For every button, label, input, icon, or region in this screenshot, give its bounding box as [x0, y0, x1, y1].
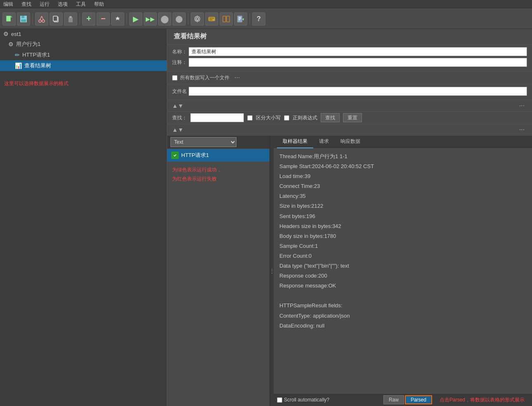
name-input[interactable] — [189, 47, 527, 56]
tree-item-user-action[interactable]: ⚙ 用户行为1 — [0, 39, 167, 50]
more-options-btn[interactable]: ··· — [232, 73, 242, 82]
tab-sampler-result[interactable]: 取样器结果 — [277, 135, 313, 148]
http-result-item[interactable]: HTTP请求1 — [167, 149, 270, 161]
filename-row: 文件名 — [172, 87, 527, 96]
tree-item-result-tree[interactable]: 📊 查看结果树 — [0, 60, 167, 71]
result-sample-count: Sample Count:1 — [279, 242, 526, 251]
svg-rect-0 — [6, 16, 11, 21]
format-select[interactable]: Text JSON XML HTML — [170, 137, 236, 147]
result-http-fields: HTTPSampleResult fields: — [279, 301, 526, 310]
help-button[interactable]: ? — [252, 12, 265, 26]
menu-options[interactable]: 选项 — [56, 0, 69, 9]
form-section: 名称： 注释： — [167, 45, 532, 71]
format-annotation: 这里可以选择数据展示的格式 — [0, 71, 167, 97]
svg-point-13 — [196, 18, 199, 20]
result-headers-size: Headers size in bytes:342 — [279, 222, 526, 231]
stop-all-button[interactable]: ⬤ — [173, 12, 186, 26]
config-button[interactable] — [111, 12, 124, 26]
svg-rect-14 — [208, 17, 215, 21]
scroll-auto-checkbox[interactable] — [277, 397, 282, 403]
reset-button[interactable]: 重置 — [343, 113, 362, 122]
filename-input[interactable] — [189, 87, 527, 96]
menu-run[interactable]: 运行 — [38, 0, 51, 9]
result-content-type: ContentType: application/json — [279, 311, 526, 321]
tree-item-test1[interactable]: ⚙ est1 — [0, 29, 167, 39]
save-button[interactable] — [17, 12, 30, 26]
svg-rect-12 — [69, 16, 72, 18]
collapse-arrows[interactable]: ▲▼ — [172, 102, 184, 109]
bottom-area: Scroll automatically? Raw Parsed 点击Parse… — [274, 393, 532, 406]
settings-button[interactable] — [191, 12, 204, 26]
collapse-more[interactable]: ··· — [517, 101, 527, 110]
result-blank — [279, 291, 526, 300]
result-data-encoding: DataEncoding: null — [279, 321, 526, 330]
success-shield-icon — [171, 152, 179, 159]
svg-marker-1 — [11, 16, 12, 17]
svg-point-6 — [42, 20, 45, 22]
panel-title: 查看结果树 — [167, 29, 532, 45]
play-all-button[interactable]: ▶▶ — [144, 12, 157, 26]
paste-button[interactable] — [64, 12, 77, 26]
case-sensitive-label: 区分大小写 — [256, 114, 281, 121]
tools-button[interactable] — [205, 12, 218, 26]
tab-response-data[interactable]: 响应数据 — [335, 135, 366, 148]
case-sensitive-checkbox[interactable] — [247, 115, 253, 121]
comment-label: 注释： — [172, 59, 189, 66]
menu-help[interactable]: 帮助 — [92, 0, 106, 9]
copy-button[interactable] — [50, 12, 63, 26]
test1-icon: ⚙ — [3, 31, 9, 37]
result-response-code: Response code:200 — [279, 271, 526, 280]
toolbar-separator-2 — [79, 13, 80, 25]
write-file-checkbox[interactable] — [172, 75, 177, 81]
result-load-time: Load time:39 — [279, 172, 526, 181]
tree-view-panel: Text JSON XML HTML HTTP请求1 — [167, 135, 270, 406]
search-area: 查找： 区分大小写 正则表达式 查找 重置 — [167, 112, 532, 124]
regex-checkbox[interactable] — [284, 115, 289, 121]
menu-tools[interactable]: 工具 — [74, 0, 87, 9]
result-sample-start: Sample Start:2024-06-02 20:40:52 CST — [279, 162, 526, 171]
result-panel: 取样器结果 请求 响应数据 Thread Name:用户行为1 1-1 Samp… — [274, 135, 532, 406]
play-button[interactable]: ▶ — [129, 12, 142, 26]
new-button[interactable] — [2, 12, 16, 26]
collapse-arrows-2[interactable]: ▲▼ — [172, 126, 184, 133]
toolbar-separator-5 — [249, 13, 250, 25]
svg-rect-4 — [21, 19, 26, 22]
bottom-tab-bar: Raw Parsed — [383, 395, 432, 404]
cut-button[interactable] — [35, 12, 48, 26]
format-select-header: Text JSON XML HTML — [167, 135, 270, 149]
http-result-label: HTTP请求1 — [181, 152, 209, 159]
http-request-icon: ✏ — [15, 52, 20, 58]
tab-request[interactable]: 请求 — [313, 135, 335, 148]
scroll-check: Scroll automatically? — [277, 397, 329, 403]
remove-button[interactable]: − — [97, 12, 110, 26]
add-button[interactable]: + — [82, 12, 95, 26]
parsed-tab[interactable]: Parsed — [405, 395, 432, 404]
stop-button[interactable]: ⬤ — [158, 12, 171, 26]
svg-rect-15 — [209, 18, 214, 19]
right-panel: 查看结果树 名称： 注释： 所有数据写入一个文件 ··· 文件名 — [167, 29, 532, 406]
tree-item-http-request[interactable]: ✏ HTTP请求1 — [0, 50, 167, 60]
menu-find[interactable]: 查找 — [20, 0, 33, 9]
edit-button[interactable] — [234, 12, 247, 26]
collapse-row-2: ▲▼ ··· — [167, 124, 532, 135]
raw-tab[interactable]: Raw — [383, 395, 404, 404]
merge-button[interactable] — [220, 12, 233, 26]
menu-edit[interactable]: 编辑 — [2, 0, 15, 9]
find-button[interactable]: 查找 — [321, 113, 340, 122]
menubar: 编辑 查找 运行 选项 工具 帮助 — [0, 0, 532, 9]
content-area: Text JSON XML HTML HTTP请求1 — [167, 135, 532, 406]
result-tree-icon: 📊 — [15, 62, 22, 69]
filename-label: 文件名 — [172, 88, 189, 95]
user-action-icon: ⚙ — [8, 41, 14, 47]
search-input[interactable] — [190, 113, 244, 122]
name-label: 名称： — [172, 48, 189, 55]
result-body-size: Body size in bytes:1780 — [279, 232, 526, 241]
comment-input[interactable] — [189, 58, 527, 67]
collapse-row: ▲▼ ··· — [167, 100, 532, 112]
result-content: Thread Name:用户行为1 1-1 Sample Start:2024-… — [274, 149, 532, 393]
vertical-splitter[interactable]: ⋮ — [270, 135, 274, 406]
main-layout: ⚙ est1 ⚙ 用户行为1 ✏ HTTP请求1 📊 查看结果树 这里可以选择数… — [0, 29, 532, 406]
file-section: 所有数据写入一个文件 ··· — [167, 71, 532, 84]
toolbar-separator-3 — [126, 13, 127, 25]
collapse-more-2[interactable]: ··· — [517, 125, 527, 134]
